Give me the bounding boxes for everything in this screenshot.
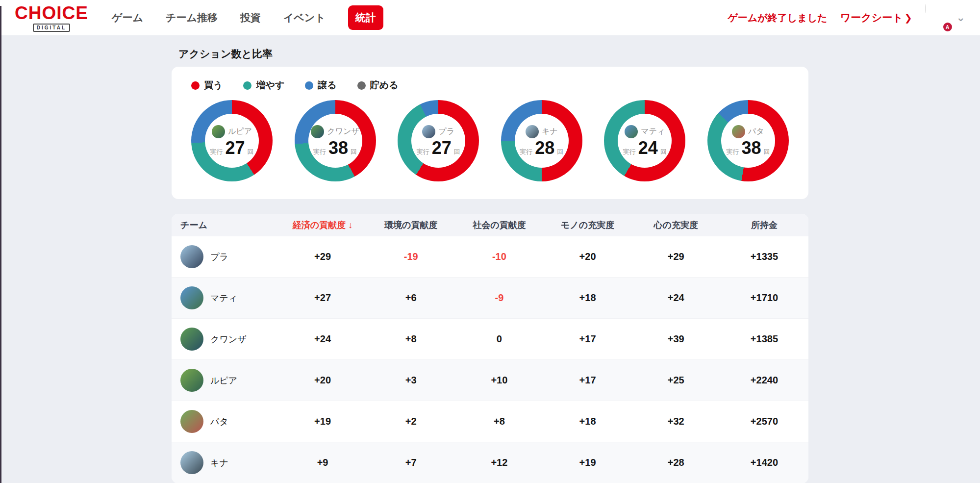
column-header-5[interactable]: モノの充実度 — [544, 219, 632, 231]
nav-tab-2[interactable]: チーム推移 — [166, 11, 218, 25]
legend-dot-icon — [305, 81, 313, 90]
stat-value: +19 — [278, 416, 367, 427]
stat-value: +24 — [278, 333, 367, 345]
donut-team-name: パタ — [748, 127, 764, 137]
team-name: キナ — [210, 457, 228, 469]
team-avatar-icon — [180, 410, 203, 433]
legend-item: 買う — [191, 79, 223, 92]
stat-value: +1385 — [720, 333, 808, 345]
team-avatar-icon — [180, 328, 203, 351]
window-edge-artifact — [0, 6, 1, 483]
donut-count-prefix: 実行 — [417, 148, 429, 156]
team-cell: キナ — [172, 451, 278, 474]
stat-value: +1335 — [720, 251, 808, 262]
team-avatar-icon — [180, 286, 203, 309]
stat-value: +12 — [455, 457, 543, 468]
donut-center: プラ実行27回 — [411, 114, 465, 168]
team-avatar-icon — [732, 125, 745, 138]
stat-value: +6 — [367, 292, 455, 304]
donut-team-name: キナ — [542, 127, 558, 137]
stat-value: +2 — [367, 416, 455, 427]
donut-chart: キナ実行28回 — [501, 100, 582, 181]
donut-team-name: プラ — [438, 127, 454, 137]
legend-label: 譲る — [318, 79, 336, 92]
team-cell: ルピア — [172, 369, 278, 392]
donut-count-value: 28 — [535, 139, 554, 157]
donut-count-suffix: 回 — [557, 148, 563, 156]
donut-count-row: 実行27回 — [417, 139, 460, 157]
column-header-4[interactable]: 社会の貢献度 — [455, 219, 543, 231]
stat-value: +25 — [632, 375, 720, 386]
column-header-1: チーム — [172, 219, 278, 231]
table-row: プラ+29-19-10+20+29+1335 — [172, 236, 808, 278]
nav-tab-1[interactable]: ゲーム — [112, 11, 143, 25]
donut-count-row: 実行38回 — [726, 139, 770, 157]
avatar-badge: A — [942, 22, 953, 32]
stat-value: +9 — [278, 457, 367, 468]
donut-count-prefix: 実行 — [726, 148, 739, 156]
donut-center: マティ実行24回 — [618, 114, 672, 168]
legend-dot-icon — [357, 81, 366, 90]
donut-team: プラ — [422, 125, 454, 138]
donut-count-suffix: 回 — [351, 148, 357, 156]
donut-center: クワンザ実行38回 — [308, 114, 362, 168]
column-header-7[interactable]: 所持金 — [720, 219, 808, 231]
donut-team-name: マティ — [641, 127, 665, 137]
donut-count-row: 実行38回 — [313, 139, 357, 157]
legend-label: 買う — [204, 79, 223, 92]
team-avatar-icon — [180, 369, 203, 392]
action-ratio-card: 買う増やす譲る貯める ルピア実行27回クワンザ実行38回プラ実行27回キナ実行2… — [172, 67, 808, 199]
donut-count-prefix: 実行 — [623, 148, 636, 156]
donut-count-suffix: 回 — [660, 148, 667, 156]
column-header-6[interactable]: 心の充実度 — [632, 219, 720, 231]
team-avatar-icon — [422, 125, 435, 138]
stat-value: +24 — [632, 292, 720, 304]
legend-label: 貯める — [370, 79, 399, 92]
chevron-right-icon: ❯ — [905, 12, 912, 24]
action-legend: 買う増やす譲る貯める — [191, 79, 789, 91]
stat-value: +29 — [278, 251, 367, 262]
section-title: アクション数と比率 — [178, 47, 808, 60]
legend-item: 譲る — [305, 79, 336, 92]
team-name: ルピア — [210, 375, 237, 386]
nav-tab-3[interactable]: 投資 — [240, 11, 261, 25]
choice-logo[interactable]: CHOICE DIGITAL — [15, 4, 88, 32]
table-row: パタ+19+2+8+18+32+2570 — [172, 401, 808, 442]
team-avatar-icon — [180, 245, 203, 268]
top-bar: CHOICE DIGITAL ゲームチーム推移投資イベント統計 ゲームが終了しま… — [0, 0, 980, 35]
nav-tab-4[interactable]: イベント — [283, 11, 326, 25]
legend-item: 貯める — [357, 79, 399, 92]
donut-team: パタ — [732, 125, 764, 138]
team-name: プラ — [210, 251, 228, 263]
stat-value: +8 — [367, 333, 455, 345]
stat-value: +1710 — [720, 292, 808, 304]
legend-label: 増やす — [256, 79, 284, 92]
donut-count-value: 38 — [741, 139, 761, 157]
donut-team: マティ — [625, 125, 665, 138]
worksheet-link-label: ワークシート — [840, 11, 903, 25]
stat-value: +39 — [632, 333, 720, 345]
table-header-row: チーム経済の貢献度 ↓環境の貢献度社会の貢献度モノの充実度心の充実度所持金 — [172, 214, 808, 236]
team-name: パタ — [210, 416, 228, 428]
stat-value: -10 — [455, 251, 543, 262]
donut-chart: マティ実行24回 — [604, 100, 685, 181]
table-row: キナ+9+7+12+19+28+1420 — [172, 442, 808, 483]
donut-team: キナ — [526, 125, 558, 138]
table-row: マティ+27+6-9+18+24+1710 — [172, 278, 808, 319]
account-menu[interactable]: A ⌄ — [925, 4, 965, 31]
team-stats-table: チーム経済の貢献度 ↓環境の貢献度社会の貢献度モノの充実度心の充実度所持金 プラ… — [172, 214, 808, 483]
team-cell: パタ — [172, 410, 278, 433]
logo-title: CHOICE — [15, 4, 88, 22]
legend-dot-icon — [191, 81, 200, 90]
donut-count-prefix: 実行 — [313, 148, 326, 156]
column-header-3[interactable]: 環境の貢献度 — [367, 219, 455, 231]
stat-value: +10 — [455, 375, 543, 386]
worksheet-link[interactable]: ワークシート ❯ — [840, 11, 912, 25]
nav-tab-5[interactable]: 統計 — [348, 5, 383, 30]
stats-page: アクション数と比率 買う増やす譲る貯める ルピア実行27回クワンザ実行38回プラ… — [172, 47, 808, 483]
donut-team: クワンザ — [311, 125, 359, 138]
user-avatar[interactable]: A — [925, 4, 952, 31]
chevron-down-icon[interactable]: ⌄ — [956, 14, 965, 21]
team-avatar-icon — [180, 451, 203, 474]
column-header-2[interactable]: 経済の貢献度 ↓ — [278, 219, 367, 231]
